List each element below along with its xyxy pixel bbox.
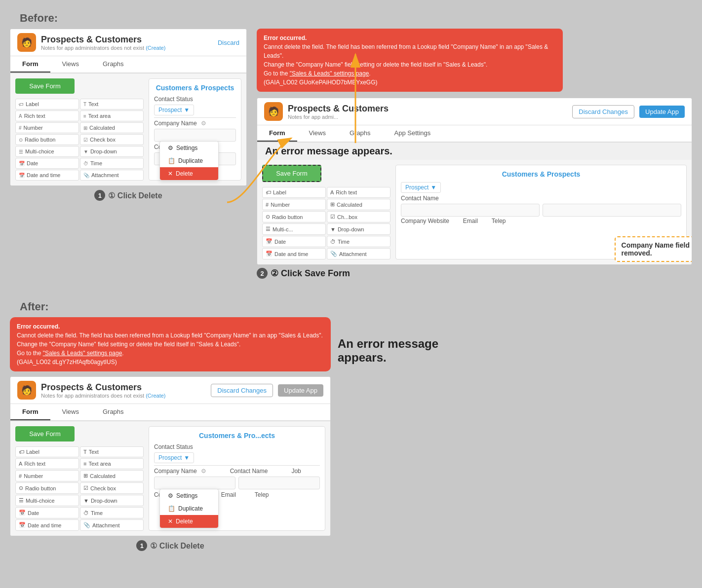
company-name-row-after: Company Name ⚙ Contact Name Job [154,468,320,475]
a-palette-radio[interactable]: ⊙Radio button [15,482,79,494]
a-palette-time[interactable]: ⏱Time [80,507,144,518]
r-palette-check[interactable]: ☑Ch...box [327,211,390,222]
a-palette-text[interactable]: TText [80,446,144,457]
a-palette-datetime[interactable]: 📅Date and time [15,519,79,531]
r-palette-multi[interactable]: ☰Multi-c... [262,223,326,235]
menu-duplicate-before[interactable]: 📋 Duplicate [160,154,218,167]
tab-graphs-after[interactable]: Graphs [91,404,136,420]
menu-delete-before[interactable]: ✕ Delete [160,167,218,180]
company-name-gear-after[interactable]: ⚙ [201,468,206,475]
discard-btn-right[interactable]: Discard Changes [572,105,634,118]
update-btn-after[interactable]: Update App [278,384,323,397]
company-website-label-right: Company Website Email Telep [401,218,681,224]
contact-name-input-after[interactable] [238,477,320,489]
contact-name-label-right: Contact Name [401,195,681,202]
a-palette-drop[interactable]: ▼Drop-down [80,495,144,506]
menu-duplicate-after[interactable]: 📋 Duplicate [160,502,218,515]
create-link-after[interactable]: (Create) [146,393,165,399]
tab-form-right[interactable]: Form [257,125,297,142]
app-icon-after: 🧑 [17,381,36,400]
tab-form-before[interactable]: Form [10,56,50,73]
error-link-top[interactable]: "Sales & Leads" settings page [290,70,369,77]
menu-settings-before[interactable]: ⚙ Settings [160,142,218,154]
form-section-title-before: Customers & Prospects [154,84,236,92]
r-palette-number[interactable]: #Number [262,199,326,210]
error-link-after[interactable]: "Sales & Leads" settings page [43,350,122,357]
cs-row-right: Prospect▼ [401,182,681,193]
after-content: Error occurred. Cannot delete the field.… [10,317,692,551]
prospect-dropdown-after[interactable]: Prospect▼ [154,452,194,463]
field-palette-after: 🏷Label TText ARich text ≡Text area #Numb… [15,446,144,531]
company-name-input-after[interactable]: ⚙ Settings 📋 Duplicate ✕ Delete [154,477,235,489]
palette-radio[interactable]: ⊙Radio button [15,134,79,145]
a-palette-calc[interactable]: ⊞Calculated [80,470,144,481]
tab-graphs-right[interactable]: Graphs [338,125,383,142]
a-palette-label[interactable]: 🏷Label [15,446,79,457]
contact-name-label-after: Contact Name [230,468,268,475]
company-name-row-before: Company Name ⚙ [154,120,236,127]
a-palette-rich[interactable]: ARich text [15,458,79,469]
contact-name-field2-right[interactable] [543,204,681,217]
palette-checkbox[interactable]: ☑Check box [80,134,144,145]
company-name-input-before[interactable]: ⚙ Settings 📋 Duplicate ✕ Delete [154,129,236,142]
form-left-after: Save Form 🏷Label TText ARich text ≡Text … [15,426,144,531]
palette-attachment[interactable]: 📎Attachment [80,170,144,181]
a-palette-multi[interactable]: ☰Multi-choice [15,495,79,506]
tab-appsettings-right[interactable]: App Settings [383,125,443,142]
tab-views-before[interactable]: Views [50,56,91,73]
a-palette-number[interactable]: #Number [15,470,79,481]
before-label: Before: [10,5,692,29]
palette-number[interactable]: #Number [15,122,79,133]
tab-views-after[interactable]: Views [50,404,91,420]
palette-multi[interactable]: ☰Multi-choice [15,146,79,157]
telep-label-right: Telep [492,218,506,224]
save-form-btn-after[interactable]: Save Form [15,426,75,441]
before-app-frame: 🧑 Prospects & Customers Notes for app ad… [10,29,247,186]
palette-calculated[interactable]: ⊞Calculated [80,122,144,133]
contact-name-field-right[interactable] [401,204,540,217]
r-palette-time[interactable]: ⏱Time [327,236,390,247]
discard-link-before[interactable]: Discard [218,39,239,46]
a-palette-textarea[interactable]: ≡Text area [80,458,144,469]
form-right-after: Customers & Pro...ects Contact Status Pr… [149,426,325,531]
app-title-block-after: Prospects & Customers Notes for app admi… [41,382,206,399]
r-palette-attach[interactable]: 📎Attachment [327,248,390,259]
form-body-before: Save Form 🏷Label TText ARich text ≡Text … [10,74,246,185]
r-palette-calc[interactable]: ⊞Calculated [327,199,390,210]
tab-views-right[interactable]: Views [297,125,338,142]
a-palette-date[interactable]: 📅Date [15,507,79,518]
save-form-btn-right[interactable]: Save Form [262,165,321,182]
r-palette-datetime[interactable]: 📅Date and time [262,248,326,259]
menu-settings-after[interactable]: ⚙ Settings [160,489,218,502]
prospect-dropdown-right[interactable]: Prospect▼ [401,182,441,193]
menu-delete-after[interactable]: ✕ Delete [160,515,218,528]
tab-graphs-before[interactable]: Graphs [91,56,136,73]
palette-text-area[interactable]: ≡Text area [80,110,144,121]
create-link-before[interactable]: (Create) [146,45,165,51]
r-palette-date[interactable]: 📅Date [262,236,326,247]
after-left: Error occurred. Cannot delete the field.… [10,317,331,551]
palette-time[interactable]: ⏱Time [80,158,144,169]
r-palette-rich[interactable]: ARich text [327,187,390,198]
a-palette-check[interactable]: ☑Check box [80,482,144,494]
r-palette-radio[interactable]: ⊙Radio button [262,211,326,222]
update-btn-right[interactable]: Update App [639,106,685,118]
r-palette-drop[interactable]: ▼Drop-down [327,223,390,235]
palette-rich-text[interactable]: ARich text [15,110,79,121]
error-line3-after: Go to the "Sales & Leads" settings page. [17,349,324,358]
palette-datetime[interactable]: 📅Date and time [15,170,79,181]
company-removed-box: Company Name fieldremoved. [615,236,692,262]
palette-dropdown[interactable]: ▼Drop-down [80,146,144,157]
prospect-dropdown-before[interactable]: Prospect ▼ [154,105,194,115]
palette-date[interactable]: 📅Date [15,158,79,169]
palette-label[interactable]: 🏷Label [15,99,79,110]
discard-btn-after[interactable]: Discard Changes [211,384,273,397]
company-name-gear-before[interactable]: ⚙ [201,120,206,127]
r-palette-label[interactable]: 🏷Label [262,187,326,198]
field-dropdown-menu-after: ⚙ Settings 📋 Duplicate ✕ Delete [159,489,219,528]
a-palette-attach[interactable]: 📎Attachment [80,519,144,531]
save-form-button-before[interactable]: Save Form [15,78,75,94]
app-subtitle-before: Notes for app administrators does not ex… [41,45,213,51]
tab-form-after[interactable]: Form [10,404,50,420]
palette-text[interactable]: TText [80,99,144,110]
